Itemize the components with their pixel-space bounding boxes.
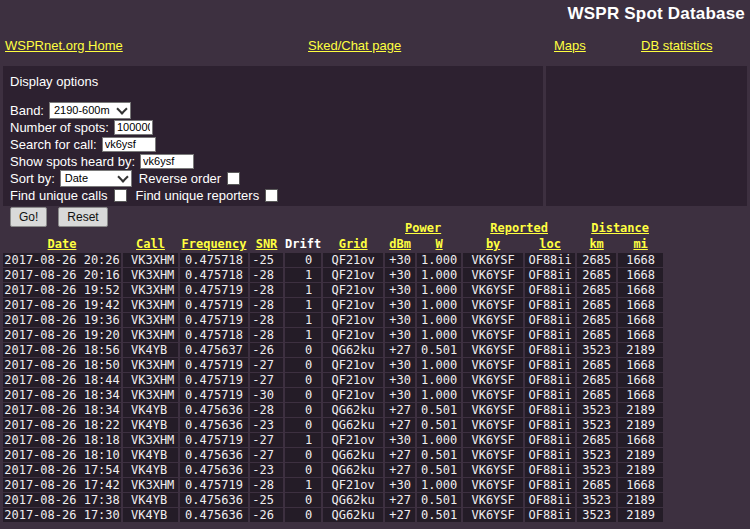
- col-header-link-w[interactable]: W: [436, 237, 443, 251]
- col-header-link-loc[interactable]: loc: [539, 237, 561, 251]
- band-select-value: 2190-600m: [54, 104, 110, 116]
- spot-row: 2017-08-26 19:36VK3XHM0.475719-281QF21ov…: [3, 313, 663, 327]
- col-header-link-call[interactable]: Call: [136, 237, 165, 251]
- spot-cell-mi: 1668: [618, 313, 663, 327]
- number-of-spots-input[interactable]: [114, 120, 153, 135]
- spot-cell-drift: 0: [285, 448, 321, 462]
- spot-cell-dbm: +27: [385, 448, 415, 462]
- spot-cell-loc: OF88ii: [525, 403, 575, 417]
- reverse-order-checkbox[interactable]: [227, 172, 240, 185]
- search-for-call-input[interactable]: [102, 137, 156, 152]
- spot-row: 2017-08-26 17:38VK4YB0.475636-250QG62ku+…: [3, 493, 663, 507]
- col-header-link-km[interactable]: km: [589, 237, 603, 251]
- unique-reporters-checkbox[interactable]: [265, 189, 278, 202]
- spot-cell-frequency: 0.475637: [180, 343, 248, 357]
- spot-cell-grid: QF21ov: [323, 358, 383, 372]
- spot-cell-drift: 1: [285, 298, 321, 312]
- spot-cell-w: 1.000: [417, 313, 461, 327]
- search-for-call-label: Search for call:: [10, 137, 97, 152]
- spot-cell-loc: OF88ii: [525, 253, 575, 267]
- band-select[interactable]: 2190-600m: [49, 102, 131, 119]
- col-header-mi: mi: [618, 237, 663, 252]
- spot-cell-km: 2685: [577, 253, 616, 267]
- spot-cell-loc: OF88ii: [525, 358, 575, 372]
- spot-cell-km: 2685: [577, 433, 616, 447]
- spot-cell-snr: -28: [250, 328, 283, 342]
- col-header-link-by[interactable]: by: [486, 237, 500, 251]
- spot-cell-mi: 1668: [618, 253, 663, 267]
- spots-table-head: PowerReportedDistanceDateCallFrequencySN…: [3, 221, 663, 252]
- spot-cell-by: VK6YSF: [463, 448, 523, 462]
- spot-cell-km: 2685: [577, 283, 616, 297]
- spot-cell-snr: -27: [250, 448, 283, 462]
- spot-cell-grid: QF21ov: [323, 283, 383, 297]
- nav-link-db-statistics[interactable]: DB statistics: [641, 38, 713, 53]
- spot-cell-frequency: 0.475719: [180, 478, 248, 492]
- spot-cell-mi: 2189: [618, 418, 663, 432]
- spot-cell-dbm: +30: [385, 328, 415, 342]
- unique-calls-checkbox[interactable]: [114, 189, 127, 202]
- col-header-snr: SNR: [250, 237, 283, 252]
- spot-cell-km: 2685: [577, 358, 616, 372]
- group-header-link-reported[interactable]: Reported: [490, 221, 548, 235]
- heard-by-input[interactable]: [140, 154, 194, 169]
- spot-cell-drift: 0: [285, 493, 321, 507]
- spot-cell-date: 2017-08-26 18:34: [3, 403, 121, 417]
- spot-cell-grid: QG62ku: [323, 403, 383, 417]
- group-header-link-distance[interactable]: Distance: [591, 221, 649, 235]
- spot-cell-km: 3523: [577, 508, 616, 522]
- spot-cell-frequency: 0.475719: [180, 358, 248, 372]
- spot-cell-frequency: 0.475636: [180, 463, 248, 477]
- spot-row: 2017-08-26 18:44VK3XHM0.475719-270QF21ov…: [3, 373, 663, 387]
- spot-cell-by: VK6YSF: [463, 478, 523, 492]
- col-header-link-snr[interactable]: SNR: [256, 237, 278, 251]
- spot-cell-w: 1.000: [417, 328, 461, 342]
- col-header-link-grid[interactable]: Grid: [339, 237, 368, 251]
- col-header-grid: Grid: [323, 237, 383, 252]
- col-header-loc: loc: [525, 237, 575, 252]
- spot-cell-grid: QG62ku: [323, 448, 383, 462]
- spot-cell-snr: -27: [250, 358, 283, 372]
- spot-row: 2017-08-26 19:20VK3XHM0.475718-281QF21ov…: [3, 328, 663, 342]
- spot-cell-w: 0.501: [417, 403, 461, 417]
- spot-cell-drift: 0: [285, 418, 321, 432]
- spot-cell-snr: -28: [250, 313, 283, 327]
- col-header-km: km: [577, 237, 616, 252]
- sort-by-select[interactable]: Date: [60, 170, 132, 187]
- spot-row: 2017-08-26 17:30VK4YB0.475636-260QG62ku+…: [3, 508, 663, 522]
- spot-cell-km: 3523: [577, 448, 616, 462]
- spot-cell-loc: OF88ii: [525, 493, 575, 507]
- spot-cell-km: 2685: [577, 388, 616, 402]
- number-of-spots-label: Number of spots:: [10, 120, 109, 135]
- col-header-link-mi[interactable]: mi: [633, 237, 647, 251]
- header-spacer: [123, 221, 178, 236]
- spot-cell-frequency: 0.475719: [180, 388, 248, 402]
- col-header-link-date[interactable]: Date: [48, 237, 77, 251]
- header-spacer: [285, 221, 321, 236]
- nav-link-maps[interactable]: Maps: [554, 38, 586, 53]
- spot-cell-frequency: 0.475636: [180, 493, 248, 507]
- spot-cell-w: 1.000: [417, 283, 461, 297]
- spot-row: 2017-08-26 17:54VK4YB0.475636-230QG62ku+…: [3, 463, 663, 477]
- spot-cell-grid: QF21ov: [323, 268, 383, 282]
- spot-cell-frequency: 0.475719: [180, 283, 248, 297]
- spot-cell-by: VK6YSF: [463, 343, 523, 357]
- spot-cell-date: 2017-08-26 19:20: [3, 328, 121, 342]
- spot-cell-dbm: +30: [385, 313, 415, 327]
- spot-cell-date: 2017-08-26 17:30: [3, 508, 121, 522]
- spot-cell-call: VK3XHM: [123, 298, 178, 312]
- spot-cell-loc: OF88ii: [525, 448, 575, 462]
- spot-cell-by: VK6YSF: [463, 493, 523, 507]
- sort-by-label: Sort by:: [10, 171, 55, 186]
- col-header-link-frequency[interactable]: Frequency: [181, 237, 246, 251]
- nav-link-home[interactable]: WSPRnet.org Home: [5, 38, 123, 53]
- spot-cell-dbm: +30: [385, 268, 415, 282]
- spot-cell-snr: -25: [250, 493, 283, 507]
- nav-link-sked-chat[interactable]: Sked/Chat page: [308, 38, 401, 53]
- group-header-reported: Reported: [463, 221, 575, 236]
- spot-cell-by: VK6YSF: [463, 358, 523, 372]
- group-header-link-power[interactable]: Power: [405, 221, 441, 235]
- spot-row: 2017-08-26 18:22VK4YB0.475636-230QG62ku+…: [3, 418, 663, 432]
- col-header-link-dbm[interactable]: dBm: [389, 237, 411, 251]
- spot-cell-drift: 1: [285, 268, 321, 282]
